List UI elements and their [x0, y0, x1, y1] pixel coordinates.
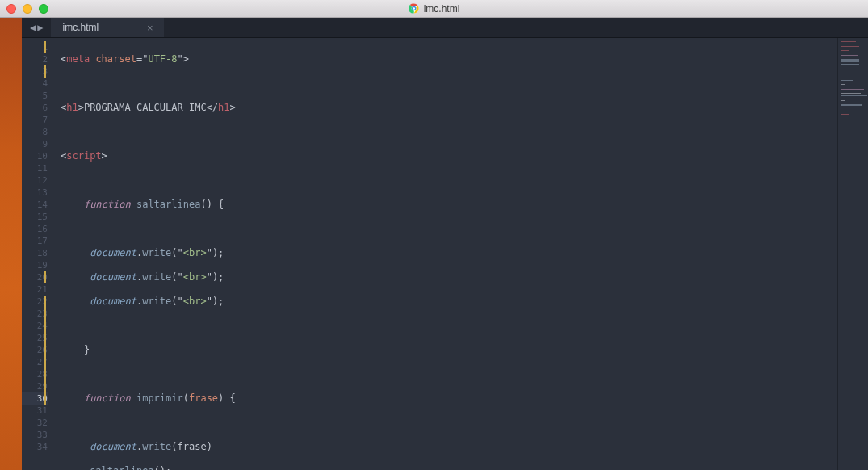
tab-bar: ◀ ▶ imc.html × — [22, 18, 868, 38]
window-title: imc.html — [409, 3, 460, 15]
chrome-icon — [409, 3, 419, 14]
tab-close-icon[interactable]: × — [147, 22, 153, 34]
window-titlebar: imc.html — [0, 0, 868, 18]
minimize-window-button[interactable] — [23, 4, 32, 14]
code-content[interactable]: <meta charset="UTF-8"> <h1>PROGRAMA CALC… — [54, 38, 837, 470]
window-controls — [6, 4, 48, 14]
maximize-window-button[interactable] — [39, 4, 48, 14]
window-title-text: imc.html — [424, 3, 460, 15]
tab-active[interactable]: imc.html × — [51, 18, 164, 37]
svg-point-2 — [413, 7, 415, 10]
tab-nav: ◀ ▶ — [22, 18, 51, 37]
close-window-button[interactable] — [6, 4, 16, 14]
line-number-gutter: 1234567891011121314151617181920212223242… — [22, 38, 54, 470]
nav-forward-icon[interactable]: ▶ — [37, 22, 43, 33]
minimap[interactable] — [837, 38, 868, 470]
code-editor[interactable]: 1234567891011121314151617181920212223242… — [22, 38, 868, 470]
nav-back-icon[interactable]: ◀ — [30, 22, 36, 33]
desktop-background-strip — [0, 18, 22, 470]
tab-label: imc.html — [62, 22, 99, 33]
